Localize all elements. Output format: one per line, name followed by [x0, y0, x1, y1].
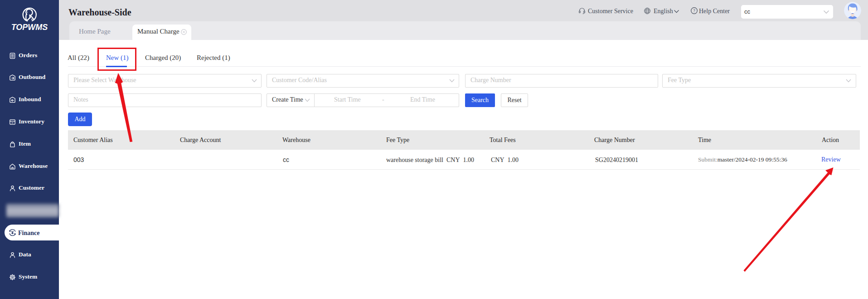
- svg-text:?: ?: [693, 9, 695, 13]
